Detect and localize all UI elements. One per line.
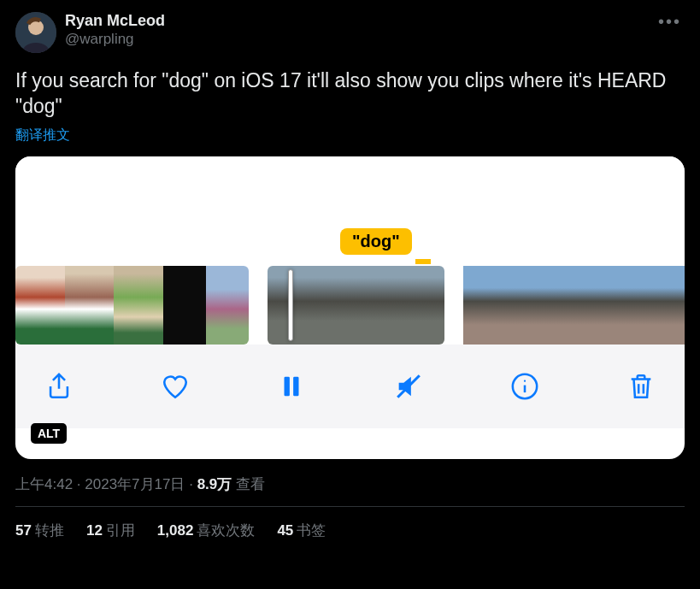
clip-group[interactable] (463, 266, 685, 345)
clip-thumbnail (268, 266, 356, 345)
date[interactable]: 2023年7月17日 (85, 476, 185, 492)
views-label: 查看 (236, 476, 265, 492)
avatar-image (15, 12, 56, 53)
clip-thumbnail (537, 266, 574, 345)
tweet-text: If you search for "dog" on iOS 17 it'll … (15, 68, 685, 120)
translate-link[interactable]: 翻译推文 (15, 127, 70, 144)
tweet-container: Ryan McLeod @warpling ••• If you search … (0, 0, 700, 540)
alt-badge[interactable]: ALT (31, 423, 67, 444)
media-toolbar (15, 345, 685, 428)
clip-thumbnail (206, 266, 249, 345)
media-attachment[interactable]: "dog" (15, 156, 685, 459)
likes-stat[interactable]: 1,082喜欢次数 (157, 521, 256, 540)
trash-icon[interactable] (626, 372, 656, 401)
clip-group[interactable] (15, 266, 249, 345)
retweets-stat[interactable]: 57转推 (15, 521, 64, 540)
playhead[interactable] (288, 269, 293, 341)
more-options-icon[interactable]: ••• (655, 12, 685, 32)
display-name: Ryan McLeod (65, 12, 646, 31)
bookmarks-stat[interactable]: 45书签 (277, 521, 326, 540)
views-count[interactable]: 8.9万 (197, 476, 232, 492)
clip-group[interactable] (268, 266, 444, 345)
clip-thumbnail (65, 266, 115, 345)
tweet-header: Ryan McLeod @warpling ••• (15, 12, 685, 53)
quotes-stat[interactable]: 12引用 (86, 521, 135, 540)
separator: · (185, 476, 197, 492)
clip-thumbnail (114, 266, 163, 345)
svg-point-7 (524, 380, 526, 381)
clip-thumbnail (15, 266, 65, 345)
clip-thumbnail (500, 266, 537, 345)
handle: @warpling (65, 31, 646, 48)
clip-thumbnail (163, 266, 206, 345)
clip-thumbnail (356, 266, 444, 345)
share-icon[interactable] (44, 372, 74, 401)
avatar[interactable] (15, 12, 56, 53)
clip-thumbnail (648, 266, 685, 345)
heart-icon[interactable] (161, 372, 190, 401)
pause-icon[interactable] (277, 372, 306, 401)
separator: · (73, 476, 85, 492)
media-header-area: "dog" (15, 156, 685, 266)
time[interactable]: 上午4:42 (15, 476, 73, 492)
clip-thumbnail (574, 266, 610, 345)
clip-thumbnail (463, 266, 500, 345)
info-icon[interactable] (510, 372, 539, 401)
svg-rect-2 (285, 376, 290, 396)
engagement-stats: 57转推 12引用 1,082喜欢次数 45书签 (15, 521, 685, 540)
caption-marker (415, 259, 431, 264)
svg-rect-3 (294, 376, 299, 396)
caption-token: "dog" (340, 228, 412, 255)
clip-thumbnail (611, 266, 648, 345)
author-block[interactable]: Ryan McLeod @warpling (65, 12, 646, 48)
divider (15, 506, 685, 507)
mute-icon[interactable] (394, 372, 423, 401)
tweet-meta: 上午4:42 · 2023年7月17日 · 8.9万 查看 (15, 474, 685, 494)
video-timeline[interactable] (15, 266, 685, 345)
